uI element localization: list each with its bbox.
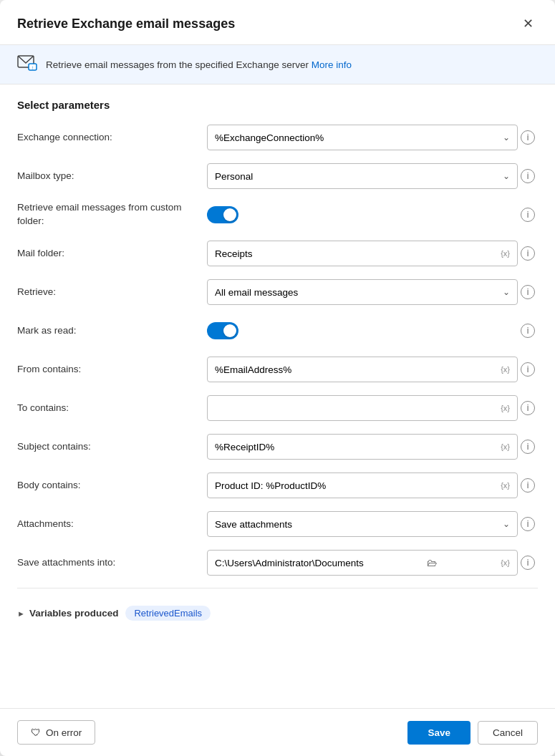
- toggle-track: [207, 322, 238, 339]
- exchange-connection-info: i: [518, 130, 538, 145]
- subject-contains-input[interactable]: %ReceiptID% {x}: [207, 434, 518, 460]
- body-contains-info: i: [518, 478, 538, 493]
- mail-folder-input[interactable]: Receipts {x}: [207, 241, 518, 266]
- toggle-thumb: [223, 324, 236, 337]
- exchange-connection-dropdown[interactable]: %ExchangeConnection% ⌄: [207, 125, 518, 150]
- info-icon[interactable]: i: [521, 440, 535, 454]
- email-icon: ↑: [17, 54, 37, 75]
- mark-as-read-label: Mark as read:: [17, 324, 207, 338]
- mailbox-type-label: Mailbox type:: [17, 170, 207, 183]
- save-button[interactable]: Save: [407, 721, 470, 745]
- attachments-control: Save attachments ⌄: [207, 511, 518, 537]
- close-button[interactable]: ✕: [518, 13, 538, 34]
- variable-badge: {x}: [501, 481, 510, 490]
- divider: [17, 588, 538, 588]
- mail-folder-row: Mail folder: Receipts {x} i: [17, 240, 538, 267]
- variables-toggle[interactable]: ► Variables produced: [17, 608, 118, 619]
- toggle-track: [207, 206, 238, 223]
- variable-badge: {x}: [501, 442, 510, 451]
- dialog-footer: 🛡 On error Save Cancel: [0, 708, 555, 756]
- body-contains-input[interactable]: Product ID: %ProductID% {x}: [207, 472, 518, 498]
- custom-folder-toggle[interactable]: [207, 206, 238, 223]
- mailbox-type-row: Mailbox type: Personal ⌄ i: [17, 163, 538, 190]
- from-contains-input[interactable]: %EmailAddress% {x}: [207, 357, 518, 382]
- from-contains-info: i: [518, 362, 538, 377]
- button-group: Save Cancel: [407, 721, 538, 745]
- variable-badge: {x}: [501, 404, 510, 412]
- mark-as-read-control: [207, 322, 518, 339]
- to-contains-row: To contains: {x} i: [17, 394, 538, 422]
- section-title: Select parameters: [17, 99, 538, 111]
- more-info-link[interactable]: More info: [312, 59, 352, 70]
- info-icon[interactable]: i: [521, 556, 535, 570]
- info-icon[interactable]: i: [521, 130, 535, 145]
- cancel-button[interactable]: Cancel: [478, 721, 538, 745]
- dialog-body: Select parameters Exchange connection: %…: [0, 84, 555, 708]
- chevron-down-icon: ⌄: [503, 519, 510, 529]
- info-icon[interactable]: i: [521, 324, 535, 338]
- custom-folder-row: Retrieve email messages from custom fold…: [17, 201, 538, 228]
- svg-text:↑: ↑: [32, 65, 34, 71]
- subject-contains-control: %ReceiptID% {x}: [207, 434, 518, 460]
- retrieve-dropdown[interactable]: All email messages ⌄: [207, 279, 518, 305]
- retrieve-control: All email messages ⌄: [207, 279, 518, 305]
- variables-section: ► Variables produced RetrievedEmails: [17, 596, 538, 628]
- retrieve-info: i: [518, 285, 538, 299]
- on-error-button[interactable]: 🛡 On error: [17, 720, 95, 745]
- folder-icon: 🗁: [427, 557, 437, 568]
- body-contains-control: Product ID: %ProductID% {x}: [207, 472, 518, 498]
- attachments-label: Attachments:: [17, 518, 207, 531]
- subject-contains-info: i: [518, 440, 538, 454]
- save-attachments-row: Save attachments into: C:\Users\Administ…: [17, 549, 538, 576]
- to-contains-input[interactable]: {x}: [207, 395, 518, 421]
- mark-as-read-info: i: [518, 324, 538, 338]
- mailbox-type-info: i: [518, 169, 538, 183]
- info-icon[interactable]: i: [521, 285, 535, 299]
- info-icon[interactable]: i: [521, 246, 535, 261]
- chevron-down-icon: ⌄: [503, 287, 510, 297]
- attachments-dropdown[interactable]: Save attachments ⌄: [207, 511, 518, 537]
- chevron-down-icon: ⌄: [503, 132, 510, 142]
- mailbox-type-control: Personal ⌄: [207, 163, 518, 189]
- dialog-header: Retrieve Exchange email messages ✕: [0, 0, 555, 45]
- from-contains-label: From contains:: [17, 363, 207, 377]
- to-contains-info: i: [518, 401, 538, 415]
- to-contains-control: {x}: [207, 395, 518, 421]
- subject-contains-label: Subject contains:: [17, 440, 207, 454]
- custom-folder-label: Retrieve email messages from custom fold…: [17, 201, 207, 228]
- banner-text: Retrieve email messages from the specifi…: [46, 59, 352, 70]
- info-icon[interactable]: i: [521, 478, 535, 493]
- attachments-info: i: [518, 517, 538, 531]
- info-icon[interactable]: i: [521, 401, 535, 415]
- info-banner: ↑ Retrieve email messages from the speci…: [0, 45, 555, 84]
- shield-icon: 🛡: [31, 727, 41, 738]
- dialog: Retrieve Exchange email messages ✕ ↑ Ret…: [0, 0, 555, 756]
- chevron-right-icon: ►: [17, 609, 25, 618]
- custom-folder-info: i: [518, 208, 538, 222]
- save-attachments-input[interactable]: C:\Users\Administrator\Documents 🗁 {x}: [207, 550, 518, 576]
- mail-folder-info: i: [518, 246, 538, 261]
- save-attachments-info: i: [518, 556, 538, 570]
- retrieve-label: Retrieve:: [17, 286, 207, 299]
- toggle-thumb: [223, 208, 236, 221]
- info-icon[interactable]: i: [521, 208, 535, 222]
- chevron-down-icon: ⌄: [503, 171, 510, 181]
- save-attachments-label: Save attachments into:: [17, 556, 207, 570]
- mark-as-read-toggle[interactable]: [207, 322, 238, 339]
- mark-as-read-toggle-wrapper: [207, 322, 238, 339]
- body-contains-label: Body contains:: [17, 479, 207, 493]
- mailbox-type-dropdown[interactable]: Personal ⌄: [207, 163, 518, 189]
- retrieve-row: Retrieve: All email messages ⌄ i: [17, 278, 538, 306]
- exchange-connection-control: %ExchangeConnection% ⌄: [207, 125, 518, 150]
- info-icon[interactable]: i: [521, 169, 535, 183]
- info-icon[interactable]: i: [521, 362, 535, 377]
- from-contains-control: %EmailAddress% {x}: [207, 357, 518, 382]
- info-icon[interactable]: i: [521, 517, 535, 531]
- mark-as-read-row: Mark as read: i: [17, 317, 538, 344]
- variable-badge: {x}: [501, 249, 510, 258]
- attachments-row: Attachments: Save attachments ⌄ i: [17, 510, 538, 538]
- exchange-connection-row: Exchange connection: %ExchangeConnection…: [17, 124, 538, 151]
- custom-folder-control: [207, 206, 518, 223]
- body-contains-row: Body contains: Product ID: %ProductID% {…: [17, 472, 538, 499]
- from-contains-row: From contains: %EmailAddress% {x} i: [17, 356, 538, 383]
